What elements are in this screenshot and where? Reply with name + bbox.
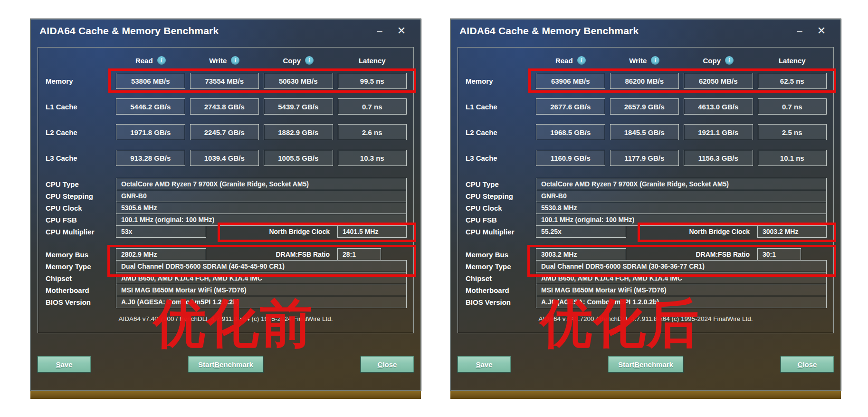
row-label: Memory (45, 77, 111, 85)
memory-copy-value: 50630 MB/s (264, 73, 333, 89)
memory-latency-value: 62.5 ns (758, 73, 827, 89)
start-benchmark-button[interactable]: Start Benchmark (608, 356, 683, 372)
motherboard-row: Motherboard MSI MAG B650M Mortar WiFi (M… (45, 284, 407, 296)
info-icon[interactable]: i (305, 56, 314, 65)
row-label: Memory Type (465, 262, 531, 271)
close-icon[interactable]: ✕ (392, 25, 411, 37)
row-label: CPU FSB (45, 216, 111, 224)
bios-version-row: BIOS Version A.J0 (AGESA: ComboAm5PI 1.2… (465, 296, 827, 308)
cpu-stepping-value: GNR-B0 (116, 190, 407, 202)
motherboard-row: Motherboard MSI MAG B650M Mortar WiFi (M… (465, 284, 827, 296)
column-header-write: Write i (190, 56, 259, 65)
memory-bus-row: Memory Bus 2802.9 MHz DRAM:FSB Ratio 28:… (45, 248, 407, 261)
l2-write-value: 2245.7 GB/s (190, 124, 259, 140)
row-label: Memory Bus (465, 251, 531, 259)
memory-write-value: 86200 MB/s (610, 73, 679, 89)
cpu-type-value: OctalCore AMD Ryzen 7 9700X (Granite Rid… (116, 178, 407, 190)
aida64-window-before: AIDA64 Cache & Memory Benchmark – ✕ Read… (30, 19, 421, 391)
column-header-copy: Copy i (684, 56, 753, 65)
cpu-type-row: CPU Type OctalCore AMD Ryzen 7 9700X (Gr… (45, 178, 407, 190)
row-label: CPU Type (45, 180, 111, 188)
close-button[interactable]: Close (361, 356, 414, 372)
cpu-type-row: CPU Type OctalCore AMD Ryzen 7 9700X (Gr… (465, 178, 827, 190)
row-label: CPU Multiplier (45, 228, 111, 236)
l1-latency-value: 0.7 ns (758, 98, 827, 115)
row-label: CPU Stepping (45, 192, 111, 200)
cpu-multiplier-row: CPU Multiplier 53x North Bridge Clock 14… (45, 225, 407, 238)
row-label: CPU FSB (465, 216, 531, 224)
cpu-fsb-value: 100.1 MHz (original: 100 MHz) (116, 213, 407, 226)
close-icon[interactable]: ✕ (812, 25, 831, 37)
copy-header-label: Copy (283, 57, 301, 65)
l2-copy-value: 1882.9 GB/s (264, 124, 333, 140)
info-icon[interactable]: i (157, 56, 166, 65)
bios-version-value: A.J0 (AGESA: ComboAm5PI 1.2.0.2b) (536, 296, 827, 308)
column-header-read: Read i (536, 56, 605, 65)
l3-copy-value: 1005.5 GB/s (264, 150, 333, 166)
row-label: Motherboard (45, 286, 111, 294)
titlebar: AIDA64 Cache & Memory Benchmark – ✕ (31, 19, 420, 42)
l1-write-value: 2657.9 GB/s (610, 98, 679, 115)
info-icon[interactable]: i (231, 56, 239, 65)
north-bridge-clock-value: 3003.2 MHz (757, 225, 827, 238)
l3-read-value: 1160.9 GB/s (536, 150, 605, 166)
benchmark-panel: Read i Write i Copy i Latency (458, 47, 834, 333)
dram-fsb-ratio-value: 28:1 (337, 248, 381, 261)
titlebar: AIDA64 Cache & Memory Benchmark – ✕ (451, 19, 840, 42)
cpu-multiplier-value: 53x (116, 225, 206, 238)
close-button[interactable]: Close (781, 356, 834, 372)
chipset-value: AMD B650, AMD K1A.4 FCH, AMD K1A.4 IMC (116, 272, 407, 284)
l1-read-value: 5446.2 GB/s (116, 98, 185, 115)
row-label: BIOS Version (45, 298, 111, 306)
window-title: AIDA64 Cache & Memory Benchmark (39, 25, 367, 37)
memory-type-row: Memory Type Dual Channel DDR5-6000 SDRAM… (465, 260, 827, 272)
column-header-read: Read i (116, 56, 185, 65)
l1-copy-value: 5439.7 GB/s (264, 98, 333, 115)
info-icon[interactable]: i (651, 56, 659, 65)
l2-read-value: 1971.8 GB/s (116, 124, 185, 140)
l3-write-value: 1177.9 GB/s (610, 150, 679, 166)
copy-header-label: Copy (703, 57, 721, 65)
row-label: Chipset (465, 274, 531, 282)
bios-version-row: BIOS Version A.J0 (AGESA: ComboAm5PI 1.2… (45, 296, 407, 308)
row-label: L2 Cache (465, 128, 531, 136)
memory-bus-value: 2802.9 MHz (116, 248, 206, 261)
column-header-row: Read i Write i Copy i Latency (45, 53, 407, 68)
memory-bench-row: Memory 53806 MB/s 73554 MB/s 50630 MB/s … (45, 72, 407, 89)
start-benchmark-label: Start (618, 360, 634, 369)
l3-write-value: 1039.4 GB/s (190, 150, 259, 166)
memory-type-value: Dual Channel DDR5-6000 SDRAM (30-36-36-7… (536, 260, 827, 272)
l2-bench-row: L2 Cache 1971.8 GB/s 2245.7 GB/s 1882.9 … (45, 124, 407, 141)
row-label: CPU Clock (45, 204, 111, 212)
chipset-row: Chipset AMD B650, AMD K1A.4 FCH, AMD K1A… (45, 272, 407, 284)
cpu-clock-row: CPU Clock 5530.8 MHz (465, 202, 827, 214)
save-button[interactable]: Save (38, 356, 91, 372)
l1-latency-value: 0.7 ns (338, 98, 407, 115)
row-label: CPU Stepping (465, 192, 531, 200)
row-label: L1 Cache (465, 103, 531, 111)
dram-fsb-ratio-label: DRAM:FSB Ratio (211, 251, 333, 258)
cpu-type-value: OctalCore AMD Ryzen 7 9700X (Granite Rid… (536, 178, 827, 190)
save-button[interactable]: Save (458, 356, 511, 372)
memory-bench-row: Memory 63906 MB/s 86200 MB/s 62050 MB/s … (465, 72, 827, 89)
memory-bus-value: 3003.2 MHz (536, 248, 626, 261)
row-label: Motherboard (465, 286, 531, 294)
minimize-button[interactable]: – (367, 26, 392, 37)
cpu-stepping-row: CPU Stepping GNR-B0 (45, 190, 407, 202)
window-title: AIDA64 Cache & Memory Benchmark (459, 25, 787, 37)
row-label: L3 Cache (465, 154, 531, 162)
cpu-multiplier-value: 55.25x (536, 225, 626, 238)
info-icon[interactable]: i (725, 56, 734, 65)
bios-version-value: A.J0 (AGESA: ComboAm5PI 1.2.0.2b) (116, 296, 407, 308)
memory-latency-value: 99.5 ns (338, 73, 407, 89)
north-bridge-clock-value: 1401.5 MHz (337, 225, 407, 238)
minimize-button[interactable]: – (787, 26, 812, 37)
l2-read-value: 1968.5 GB/s (536, 124, 605, 140)
info-icon[interactable]: i (577, 56, 586, 65)
cpu-multiplier-row: CPU Multiplier 55.25x North Bridge Clock… (465, 225, 827, 238)
screenshot-stage: AIDA64 Cache & Memory Benchmark – ✕ Read… (0, 0, 868, 417)
latency-header-label: Latency (359, 57, 386, 65)
start-benchmark-label: Start (198, 360, 214, 369)
start-benchmark-button[interactable]: Start Benchmark (188, 356, 263, 372)
chipset-row: Chipset AMD B650, AMD K1A.4 FCH, AMD K1A… (465, 272, 827, 284)
